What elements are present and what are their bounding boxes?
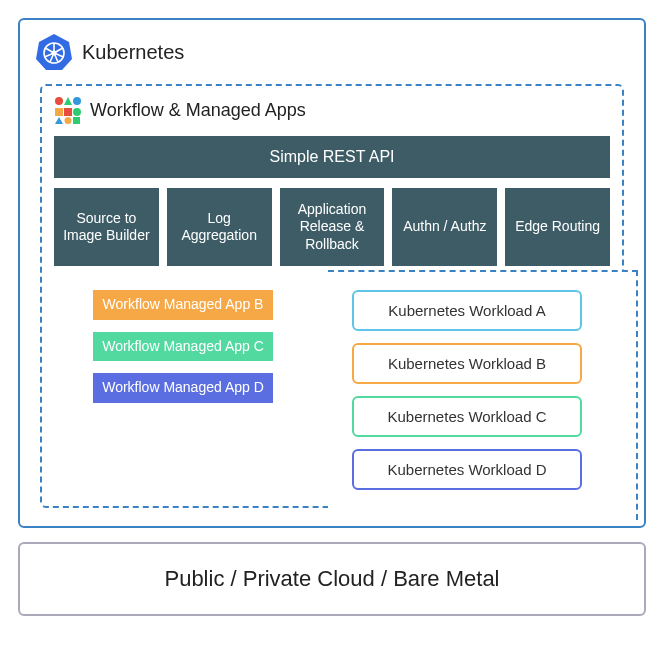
kubernetes-icon: [34, 32, 74, 72]
workload-c: Kubernetes Workload C: [352, 396, 582, 437]
svg-marker-11: [64, 97, 72, 105]
svg-point-12: [73, 97, 81, 105]
managed-app-d: Workflow Managed App D: [93, 373, 273, 403]
svg-marker-16: [55, 117, 63, 124]
kubernetes-container: Kubernetes Workflow & Managed Apps Simpl…: [18, 18, 646, 528]
component-release-rollback: Application Release & Rollback: [280, 188, 385, 266]
svg-point-10: [55, 97, 63, 105]
workflow-shapes-icon: [54, 96, 82, 124]
component-edge-routing: Edge Routing: [505, 188, 610, 266]
managed-app-c: Workflow Managed App C: [93, 332, 273, 362]
svg-point-15: [73, 108, 81, 116]
component-source-to-image: Source to Image Builder: [54, 188, 159, 266]
workloads-column: Kubernetes Workload A Kubernetes Workloa…: [352, 284, 610, 490]
workflow-container: Workflow & Managed Apps Simple REST API …: [40, 84, 624, 508]
workload-b: Kubernetes Workload B: [352, 343, 582, 384]
component-log-aggregation: Log Aggregation: [167, 188, 272, 266]
cloud-footer: Public / Private Cloud / Bare Metal: [18, 542, 646, 616]
kubernetes-title: Kubernetes: [82, 41, 184, 64]
component-authn-authz: Authn / Authz: [392, 188, 497, 266]
managed-app-b: Workflow Managed App B: [93, 290, 273, 320]
kubernetes-header: Kubernetes: [34, 32, 630, 72]
workflow-header: Workflow & Managed Apps: [54, 96, 610, 124]
lower-section: Workflow Managed App B Workflow Managed …: [54, 284, 610, 490]
workload-a: Kubernetes Workload A: [352, 290, 582, 331]
managed-apps-column: Workflow Managed App B Workflow Managed …: [54, 284, 312, 403]
rest-api-bar: Simple REST API: [54, 136, 610, 178]
components-row: Source to Image Builder Log Aggregation …: [54, 188, 610, 266]
svg-rect-14: [64, 108, 72, 116]
workload-d: Kubernetes Workload D: [352, 449, 582, 490]
svg-point-9: [52, 51, 57, 56]
svg-rect-18: [73, 117, 80, 124]
workflow-title: Workflow & Managed Apps: [90, 100, 306, 121]
svg-rect-13: [55, 108, 63, 116]
svg-point-17: [65, 117, 72, 124]
